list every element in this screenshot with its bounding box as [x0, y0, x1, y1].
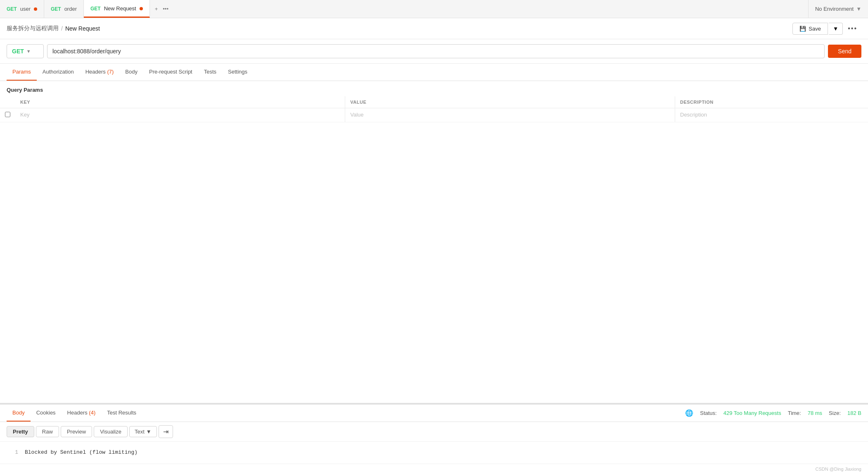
line-number: 1 — [10, 448, 18, 457]
format-visualize-button[interactable]: Visualize — [94, 426, 128, 437]
tab-settings-label: Settings — [228, 69, 247, 75]
col-key: KEY — [15, 96, 345, 108]
tab-order-label: order — [64, 6, 77, 12]
tab-add[interactable]: + ••• — [150, 0, 173, 18]
resp-tab-cookies[interactable]: Cookies — [31, 405, 62, 422]
more-options-button[interactable]: ••• — [844, 22, 861, 35]
col-description: DESCRIPTION — [675, 96, 868, 108]
tab-authorization[interactable]: Authorization — [37, 64, 80, 81]
url-input[interactable] — [47, 44, 825, 58]
resp-tab-test-results-label: Test Results — [107, 410, 136, 416]
query-params-label: Query Params — [0, 81, 868, 96]
line-content: Blocked by Sentinel (flow limiting) — [25, 448, 138, 457]
tab-headers[interactable]: Headers (7) — [80, 64, 120, 81]
save-label: Save — [809, 26, 821, 32]
more-tabs-icon: ••• — [163, 6, 168, 12]
resp-tab-headers-label: Headers — [67, 410, 89, 416]
tab-user-label: user — [20, 6, 31, 12]
format-type-label: Text — [135, 429, 145, 435]
format-preview-button[interactable]: Preview — [61, 426, 92, 437]
response-status-area: 🌐 Status: 429 Too Many Requests Time: 78… — [685, 409, 861, 417]
tab-user-dot — [34, 7, 37, 11]
tab-settings[interactable]: Settings — [222, 64, 253, 81]
resp-tab-cookies-label: Cookies — [36, 410, 56, 416]
footer-text: CSDN @Ding Jiaxiong — [816, 467, 861, 472]
save-button[interactable]: 💾 Save — [792, 23, 828, 35]
tab-params[interactable]: Params — [7, 64, 37, 81]
params-table: KEY VALUE DESCRIPTION — [0, 96, 868, 122]
method-selector[interactable]: GET ▼ — [7, 44, 44, 58]
resp-tab-headers[interactable]: Headers (4) — [62, 405, 102, 422]
format-type-chevron-icon: ▼ — [146, 429, 152, 435]
footer: CSDN @Ding Jiaxiong — [0, 464, 868, 474]
tab-body[interactable]: Body — [119, 64, 143, 81]
tab-headers-label: Headers — [85, 69, 107, 75]
response-section: Body Cookies Headers (4) Test Results 🌐 … — [0, 403, 868, 464]
env-chevron-icon: ▼ — [856, 6, 861, 12]
tab-pre-request-script[interactable]: Pre-request Script — [143, 64, 198, 81]
resp-tab-test-results[interactable]: Test Results — [101, 405, 142, 422]
request-tabs: Params Authorization Headers (7) Body Pr… — [0, 64, 868, 81]
response-line: 1 Blocked by Sentinel (flow limiting) — [10, 448, 858, 457]
tab-order[interactable]: GET order — [44, 0, 84, 18]
save-chevron-icon: ▼ — [833, 26, 838, 32]
time-label: Time: — [788, 410, 801, 416]
wrap-icon: ⇥ — [163, 428, 168, 436]
breadcrumb-bar: 服务拆分与远程调用 / New Request 💾 Save ▼ ••• — [0, 18, 868, 39]
description-input[interactable] — [680, 112, 863, 118]
tab-new-request[interactable]: GET New Request — [84, 0, 150, 18]
globe-icon: 🌐 — [685, 409, 693, 417]
breadcrumb: 服务拆分与远程调用 / New Request — [7, 25, 100, 32]
time-value: 78 ms — [808, 410, 822, 416]
status-value: 429 Too Many Requests — [723, 410, 781, 416]
breadcrumb-parent[interactable]: 服务拆分与远程调用 — [7, 25, 59, 32]
save-dropdown-button[interactable]: ▼ — [829, 23, 843, 35]
environment-label: No Environment — [815, 6, 854, 12]
save-area: 💾 Save ▼ ••• — [792, 22, 861, 35]
table-row — [0, 108, 868, 122]
breadcrumb-current: New Request — [65, 25, 100, 32]
breadcrumb-separator: / — [61, 25, 63, 32]
tab-order-method: GET — [51, 6, 61, 12]
request-area: Query Params KEY VALUE DESCRIPTION — [0, 81, 868, 403]
tab-user[interactable]: GET user — [0, 0, 44, 18]
tab-user-method: GET — [7, 6, 17, 12]
resp-tab-body-label: Body — [12, 410, 25, 416]
save-icon: 💾 — [799, 26, 806, 32]
tab-body-label: Body — [125, 69, 138, 75]
col-checkbox — [0, 96, 15, 108]
format-type-dropdown[interactable]: Text ▼ — [129, 426, 157, 437]
tab-pre-request-label: Pre-request Script — [149, 69, 192, 75]
tab-tests[interactable]: Tests — [198, 64, 222, 81]
wrap-lines-button[interactable]: ⇥ — [159, 425, 173, 438]
tab-new-request-method: GET — [90, 6, 101, 12]
tab-headers-badge: (7) — [107, 69, 114, 75]
method-label: GET — [12, 48, 24, 55]
main-layout: 服务拆分与远程调用 / New Request 💾 Save ▼ ••• GET… — [0, 18, 868, 474]
tab-bar: GET user GET order GET New Request + •••… — [0, 0, 868, 18]
send-button[interactable]: Send — [828, 45, 861, 58]
format-pretty-button[interactable]: Pretty — [7, 426, 34, 437]
tab-params-label: Params — [12, 69, 31, 75]
value-input[interactable] — [350, 112, 670, 118]
size-label: Size: — [829, 410, 841, 416]
row-checkbox[interactable] — [5, 112, 10, 117]
col-value: VALUE — [345, 96, 675, 108]
key-input[interactable] — [20, 112, 340, 118]
url-bar: GET ▼ Send — [0, 39, 868, 64]
tab-authorization-label: Authorization — [43, 69, 74, 75]
tab-new-request-label: New Request — [104, 5, 136, 12]
add-tab-icon: + — [155, 6, 158, 12]
environment-selector[interactable]: No Environment ▼ — [808, 0, 868, 18]
tab-tests-label: Tests — [204, 69, 216, 75]
resp-tab-body[interactable]: Body — [7, 405, 31, 422]
response-body: 1 Blocked by Sentinel (flow limiting) — [0, 442, 868, 464]
response-format-bar: Pretty Raw Preview Visualize Text ▼ ⇥ — [0, 422, 868, 442]
resp-headers-badge: (4) — [89, 410, 95, 416]
size-value: 182 B — [847, 410, 861, 416]
method-chevron-icon: ▼ — [26, 49, 31, 54]
status-label: Status: — [700, 410, 716, 416]
format-raw-button[interactable]: Raw — [36, 426, 59, 437]
response-tabs-bar: Body Cookies Headers (4) Test Results 🌐 … — [0, 405, 868, 422]
tab-new-request-dot — [140, 7, 143, 10]
